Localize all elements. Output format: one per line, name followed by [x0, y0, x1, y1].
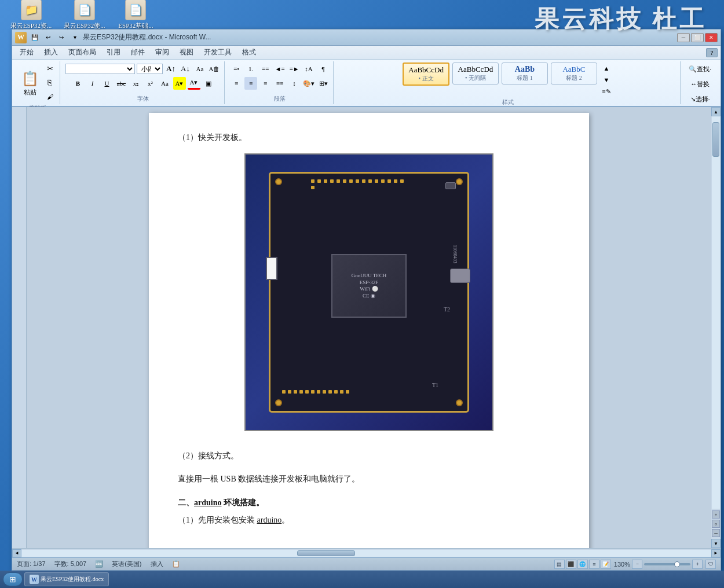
change-case-btn[interactable]: Aa: [193, 63, 206, 75]
style-no-spacing[interactable]: AaBbCcDd • 无间隔: [452, 63, 499, 84]
pcb-photo: GooUUU TECHESP-32FWiFi ⚪CE ◉: [244, 153, 493, 431]
pin: [394, 179, 397, 183]
text-line-1: （1）快关开发板。: [178, 130, 560, 145]
shield-icon[interactable]: 🛡: [705, 560, 716, 569]
select-btn[interactable]: ↘ 选择·: [688, 93, 713, 105]
underline-btn[interactable]: U: [101, 77, 114, 90]
scroll-track[interactable]: [712, 116, 720, 509]
more-quick-btn[interactable]: ▾: [70, 32, 80, 43]
style-scroll-up[interactable]: ▲: [600, 63, 613, 74]
cut-button[interactable]: ✂: [43, 63, 56, 75]
menu-start[interactable]: 开始: [15, 46, 38, 58]
show-para-btn[interactable]: ¶: [317, 63, 330, 75]
scroll-thumb[interactable]: [712, 122, 719, 157]
align-left-btn[interactable]: ≡: [230, 77, 243, 90]
menu-view[interactable]: 视图: [175, 46, 198, 58]
numbering-btn[interactable]: 1.: [244, 63, 257, 75]
strikethrough-btn[interactable]: abc: [115, 77, 128, 90]
style-scroll-down[interactable]: ▼: [600, 74, 613, 86]
change-styles-btn[interactable]: ≡✎: [600, 86, 613, 97]
zoom-control: 130% － ＋: [614, 560, 703, 569]
line-spacing-btn[interactable]: ↕: [288, 77, 301, 90]
decrease-indent-btn[interactable]: ◄≡: [273, 63, 286, 75]
find-btn[interactable]: 🔍 查找·: [686, 63, 714, 75]
document-scroll-area[interactable]: （1）快关开发板。: [27, 107, 711, 548]
borders-btn[interactable]: ⊞▾: [317, 77, 330, 90]
superscript-btn[interactable]: x²: [144, 77, 157, 90]
align-right-btn[interactable]: ≡: [259, 77, 272, 90]
desktop-item-1[interactable]: 📁 果云ESP32资...: [6, 0, 56, 32]
increase-font-btn[interactable]: A↑: [164, 63, 177, 75]
style-heading1[interactable]: AaBb 标题 1: [502, 63, 548, 84]
align-center-btn[interactable]: ≡: [244, 77, 257, 90]
menu-references[interactable]: 引用: [102, 46, 125, 58]
scroll-left-btn[interactable]: ◄: [12, 549, 21, 557]
border-btn[interactable]: ▣: [202, 77, 215, 90]
highlight-btn[interactable]: A▾: [173, 77, 186, 90]
bullets-btn[interactable]: ≡•: [230, 63, 243, 75]
decrease-font-btn[interactable]: A↓: [179, 63, 192, 75]
undo-quick-btn[interactable]: ↩: [43, 32, 53, 43]
scroll-right-btn[interactable]: ►: [711, 549, 721, 557]
italic-btn[interactable]: I: [86, 77, 99, 90]
zoom-out-small[interactable]: ○: [712, 520, 720, 528]
pin: [375, 179, 378, 183]
pin: [311, 390, 315, 394]
draft-btn[interactable]: 📝: [601, 560, 611, 569]
zoom-out-btn[interactable]: －: [632, 560, 642, 569]
font-name-select[interactable]: [65, 64, 135, 74]
print-layout-btn[interactable]: ▤: [554, 560, 565, 569]
close-button[interactable]: ✕: [705, 33, 718, 42]
menu-layout[interactable]: 页面布局: [64, 46, 101, 58]
clipboard-content: 📋 粘贴 ✂ ⎘ 🖌: [19, 63, 56, 103]
font-color-btn[interactable]: A▾: [188, 77, 200, 90]
clear-format-btn[interactable]: A🗑: [208, 63, 221, 75]
full-screen-btn[interactable]: ⬛: [566, 560, 576, 569]
outline-btn[interactable]: ≡: [589, 560, 599, 569]
top-pins: [311, 179, 409, 189]
h-scroll-thumb[interactable]: [297, 550, 355, 556]
format-painter-button[interactable]: 🖌: [43, 90, 56, 103]
subscript-btn[interactable]: x₂: [130, 77, 142, 90]
justify-btn[interactable]: ≡≡: [273, 77, 286, 90]
start-button[interactable]: ⊞: [3, 572, 23, 586]
zoom-slider[interactable]: [644, 563, 690, 565]
menu-bar: 开始 插入 页面布局 引用 邮件 审阅 视图 开发工具 格式 ?: [12, 46, 721, 60]
increase-indent-btn[interactable]: ≡►: [288, 63, 301, 75]
scroll-down-btn[interactable]: ▼: [711, 539, 721, 548]
zoom-in-small[interactable]: +: [712, 510, 720, 519]
word-taskbar-btn[interactable]: W 果云ESP32使用教程.docx: [24, 572, 109, 586]
copy-button[interactable]: ⎘: [43, 76, 56, 89]
fit-page[interactable]: ─: [712, 529, 720, 537]
menu-review[interactable]: 审阅: [151, 46, 174, 58]
help-button[interactable]: ?: [706, 48, 718, 57]
style-normal[interactable]: AaBbCcDd • 正文: [403, 63, 449, 86]
shading-btn[interactable]: 🎨▾: [302, 77, 315, 90]
desktop-item-3[interactable]: 📄 ESP32基础...: [112, 0, 159, 32]
menu-dev-tools[interactable]: 开发工具: [199, 46, 236, 58]
multilevel-btn[interactable]: ≡≡: [259, 63, 272, 75]
desktop-item-2[interactable]: 📄 果云ESP32使...: [59, 0, 109, 32]
zoom-thumb[interactable]: [674, 561, 680, 567]
menu-format[interactable]: 格式: [237, 46, 261, 58]
scroll-up-btn[interactable]: ▲: [711, 107, 721, 116]
replace-btn[interactable]: ↔ 替换: [688, 78, 712, 90]
h-scroll-track[interactable]: [21, 550, 711, 557]
save-quick-btn[interactable]: 💾: [30, 32, 40, 43]
menu-mail[interactable]: 邮件: [126, 46, 149, 58]
redo-quick-btn[interactable]: ↪: [56, 32, 67, 43]
font-style-btn[interactable]: Aa: [159, 77, 171, 90]
sort-btn[interactable]: ↕A: [302, 63, 315, 75]
menu-insert[interactable]: 插入: [39, 46, 63, 58]
paste-button[interactable]: 📋 粘贴: [19, 68, 42, 98]
paragraph-controls: ≡• 1. ≡≡ ◄≡ ≡► ↕A ¶ ≡ ≡ ≡ ≡≡ ↕ 🎨▾: [230, 63, 330, 94]
font-size-select[interactable]: 小四: [137, 64, 163, 74]
style-heading2[interactable]: AaBbC 标题 2: [551, 63, 597, 84]
mount-hole-tl: [275, 178, 282, 185]
zoom-in-btn[interactable]: ＋: [692, 560, 703, 569]
bold-btn[interactable]: B: [72, 77, 85, 90]
left-connector: [266, 257, 277, 280]
text-line-2: （2）接线方式。: [178, 449, 560, 463]
desktop-taskbar: 📁 果云ESP32资... 📄 果云ESP32使... 📄 ESP32基础...: [0, 0, 724, 32]
web-layout-btn[interactable]: 🌐: [577, 560, 588, 569]
